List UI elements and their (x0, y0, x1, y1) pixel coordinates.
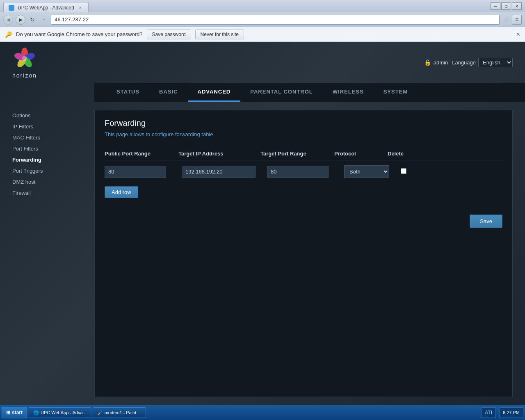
protocol-cell: Both TCP UDP (344, 165, 397, 178)
svg-point-5 (22, 56, 27, 61)
chrome-menu-button[interactable]: ≡ (512, 15, 522, 25)
header-protocol: Protocol (334, 151, 388, 157)
url-text: 46.127.237.22 (55, 16, 89, 23)
language-area: Language English Deutsch Français Españo… (452, 58, 513, 67)
header-target-ip: Target IP Address (178, 151, 260, 157)
taskbar-paint-icon: 🖌️ (97, 410, 103, 415)
password-bar: 🔑 Do you want Google Chrome to save your… (0, 27, 525, 42)
back-button[interactable]: ◀ (3, 15, 13, 25)
tab-bar: 🌐 UPC WebApp - Advanced × (3, 0, 89, 12)
forwarding-table: Public Port Range Target IP Address Targ… (105, 147, 502, 178)
home-button[interactable]: ⌂ (39, 15, 48, 24)
tab-status[interactable]: STATUS (107, 83, 149, 102)
forward-button[interactable]: ▶ (16, 15, 25, 25)
add-row-button[interactable]: Add row (105, 186, 138, 198)
minimize-button[interactable]: ─ (491, 2, 500, 10)
maximize-button[interactable]: □ (501, 2, 511, 10)
sidebar-item-port-triggers[interactable]: Port Triggers (12, 165, 94, 176)
password-bar-close-button[interactable]: × (516, 31, 520, 38)
save-password-button[interactable]: Save password (147, 30, 191, 39)
sidebar-item-forwarding[interactable]: Forwarding (12, 154, 94, 165)
start-icon: ⊞ (6, 410, 10, 415)
delete-checkbox[interactable] (401, 168, 406, 174)
language-select[interactable]: English Deutsch Français Español (478, 58, 513, 67)
public-port-input[interactable] (105, 166, 166, 178)
tab-parental-control[interactable]: PARENTAL CONTROL (240, 83, 323, 102)
taskbar: ⊞ start 🌐 UPC WebApp - Adva... 🖌️ modem1… (0, 405, 525, 420)
taskbar-item-paint[interactable]: 🖌️ modem1 - Paint (93, 407, 146, 418)
tab-advanced[interactable]: ADVANCED (188, 83, 241, 102)
target-ip-input[interactable] (182, 166, 256, 178)
bookmark-button[interactable]: ☆ (504, 16, 509, 23)
url-bar[interactable]: 46.127.237.22 (51, 15, 500, 25)
key-icon: 🔑 (5, 31, 12, 38)
header-delete: Delete (388, 151, 412, 157)
address-bar: ◀ ▶ ↻ ⌂ 46.127.237.22 ☆ ≡ (0, 12, 525, 27)
language-label: Language (452, 59, 476, 66)
protocol-select[interactable]: Both TCP UDP (344, 165, 389, 178)
taskbar-webapp-label: UPC WebApp - Adva... (41, 410, 87, 415)
window-controls: ─ □ × (491, 2, 522, 10)
start-label: start (12, 410, 23, 415)
browser-tab[interactable]: 🌐 UPC WebApp - Advanced × (3, 2, 89, 13)
start-button[interactable]: ⊞ start (2, 407, 27, 418)
taskbar-item-webapp[interactable]: 🌐 UPC WebApp - Adva... (29, 407, 91, 418)
header-right: 🔒 admin Language English Deutsch Françai… (424, 58, 513, 67)
never-save-button[interactable]: Never for this site (195, 30, 244, 39)
title-bar: 🌐 UPC WebApp - Advanced × ─ □ × (0, 0, 525, 12)
sidebar-item-ip-filters[interactable]: IP Filters (12, 121, 94, 132)
target-port-cell (267, 166, 341, 178)
logo-icon (12, 46, 37, 71)
admin-label: admin (434, 59, 448, 66)
tab-system[interactable]: SYSTEM (374, 83, 418, 102)
tab-close-button[interactable]: × (78, 5, 83, 11)
admin-area: 🔒 admin (424, 59, 448, 66)
header-target-port-range: Target Port Range (260, 151, 334, 157)
nav-tabs: STATUS BASIC ADVANCED PARENTAL CONTROL W… (94, 83, 525, 102)
tab-title: UPC WebApp - Advanced (18, 5, 74, 11)
content-area: Forwarding This page allows to configure… (94, 110, 513, 397)
main-layout: Options IP Filters MAC Filters Port Filt… (0, 102, 525, 405)
page-title: Forwarding (105, 119, 502, 128)
tab-wireless[interactable]: WIRELESS (323, 83, 374, 102)
header-public-port-range: Public Port Range (105, 151, 178, 157)
sidebar-item-port-filters[interactable]: Port Filters (12, 143, 94, 154)
taskbar-paint-label: modem1 - Paint (105, 410, 137, 415)
tray-ati-icon: ATI (485, 410, 492, 415)
page-subtitle: This page allows to configure forwarding… (105, 131, 502, 137)
lock-icon: 🔒 (424, 59, 431, 66)
sidebar-item-mac-filters[interactable]: MAC Filters (12, 132, 94, 143)
sidebar-item-dmz-host[interactable]: DMZ host (12, 176, 94, 187)
target-port-input[interactable] (267, 166, 329, 178)
logo-area: horizon (12, 46, 37, 79)
close-window-button[interactable]: × (512, 2, 522, 10)
system-tray: ATI (481, 407, 496, 418)
sidebar: Options IP Filters MAC Filters Port Filt… (12, 102, 94, 405)
clock: 6:27 PM (499, 407, 523, 418)
sidebar-item-options[interactable]: Options (12, 110, 94, 121)
taskbar-webapp-icon: 🌐 (33, 410, 39, 415)
router-header: horizon 🔒 admin Language English Deutsch… (0, 42, 525, 83)
public-port-cell (105, 166, 178, 178)
reload-button[interactable]: ↻ (28, 15, 37, 24)
save-button[interactable]: Save (470, 215, 502, 228)
password-prompt: Do you want Google Chrome to save your p… (16, 31, 143, 37)
tab-favicon: 🌐 (9, 5, 14, 11)
tab-basic[interactable]: BASIC (149, 83, 187, 102)
logo-text: horizon (12, 72, 37, 79)
page-content: horizon 🔒 admin Language English Deutsch… (0, 42, 525, 405)
target-ip-cell (182, 166, 264, 178)
sidebar-item-firewall[interactable]: Firewall (12, 187, 94, 199)
table-header: Public Port Range Target IP Address Targ… (105, 147, 502, 160)
delete-cell (401, 168, 425, 176)
table-row: Both TCP UDP (105, 165, 502, 178)
taskbar-right: ATI 6:27 PM (481, 407, 523, 418)
